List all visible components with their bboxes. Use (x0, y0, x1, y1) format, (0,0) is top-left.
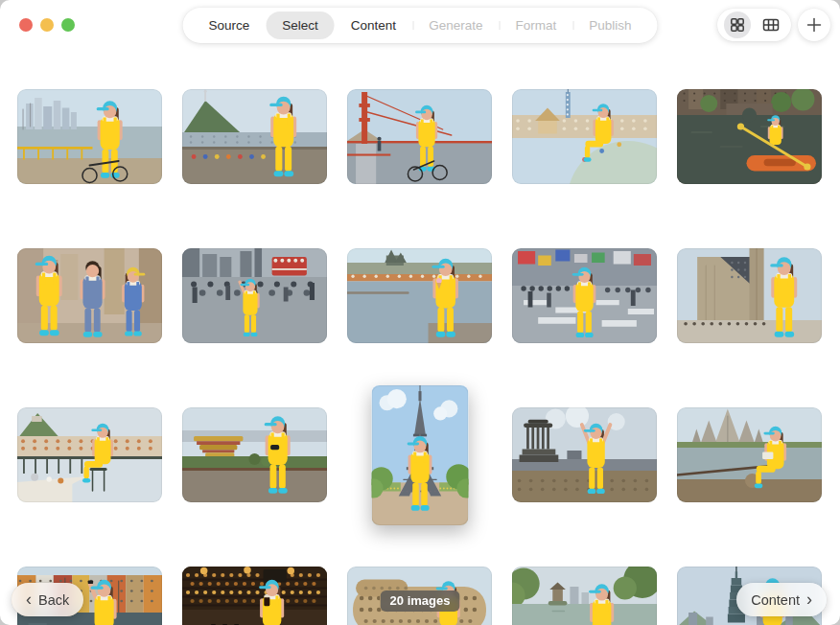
add-button[interactable] (798, 9, 830, 41)
table-view-icon (762, 16, 780, 34)
photo-cell (512, 407, 657, 502)
photo-cell (512, 248, 657, 343)
photo-cell (17, 248, 162, 343)
photo-hanoi-lake[interactable] (512, 567, 657, 625)
chevron-left-icon: ‹ (26, 590, 32, 608)
grid-view-icon (729, 16, 746, 34)
photo-cell (347, 89, 492, 184)
photo-park-guell[interactable] (512, 89, 657, 184)
table-view-button[interactable] (758, 12, 784, 38)
photo-eiffel-tower[interactable] (371, 385, 468, 525)
image-count-badge: 20 images (381, 590, 460, 612)
plus-icon (805, 16, 823, 34)
photo-cell (182, 248, 327, 343)
photo-bike-waterfront[interactable] (17, 89, 162, 184)
photo-edinburgh-monument[interactable] (512, 407, 657, 502)
photo-cell (512, 567, 657, 625)
photo-cell (182, 89, 327, 184)
step-publish: Publish (572, 12, 647, 39)
photo-tokyo-crossing[interactable] (512, 248, 657, 343)
photo-cell (17, 89, 162, 184)
photo-canal-kayak[interactable] (677, 89, 822, 184)
photo-cell (347, 248, 492, 343)
photo-vienna-cathedral[interactable] (677, 248, 822, 343)
step-source[interactable]: Source (193, 12, 267, 39)
photo-grid (17, 89, 822, 625)
app-window: Source Select Content Generate Format Pu… (0, 0, 840, 625)
photo-london-crowd[interactable] (182, 248, 327, 343)
step-generate: Generate (412, 12, 499, 39)
photo-cell (347, 407, 492, 502)
photo-street-couple[interactable] (17, 248, 162, 343)
chevron-right-icon: › (806, 590, 812, 608)
back-button[interactable]: ‹ Back (12, 583, 83, 616)
photo-golden-gate-bridge[interactable] (347, 89, 492, 184)
photo-terrace-cafe[interactable] (17, 407, 162, 502)
content-button-label: Content (751, 592, 800, 608)
photo-cell (512, 89, 657, 184)
step-format: Format (499, 12, 572, 39)
photo-cell (677, 407, 822, 502)
photo-seoul-hill[interactable] (182, 89, 327, 184)
content-button[interactable]: Content › (736, 583, 827, 616)
back-button-label: Back (38, 592, 69, 608)
workflow-step-nav: Source Select Content Generate Format Pu… (183, 8, 658, 43)
step-select[interactable]: Select (266, 12, 335, 39)
photo-cell (17, 407, 162, 502)
photo-cell (182, 567, 327, 625)
view-toggle (717, 9, 791, 41)
photo-cell (677, 89, 822, 184)
photo-wat-arun-boat[interactable] (677, 407, 822, 502)
close-window-button[interactable] (19, 18, 33, 32)
window-controls (19, 18, 75, 32)
photo-forbidden-city-view[interactable] (182, 407, 327, 502)
zoom-window-button[interactable] (61, 18, 75, 32)
photo-cell (182, 407, 327, 502)
grid-view-button[interactable] (724, 12, 751, 38)
photo-cell (677, 248, 822, 343)
step-content[interactable]: Content (335, 12, 412, 39)
minimize-window-button[interactable] (40, 18, 54, 32)
photo-prague-river[interactable] (347, 248, 492, 343)
photo-pub-beer[interactable] (182, 567, 327, 625)
